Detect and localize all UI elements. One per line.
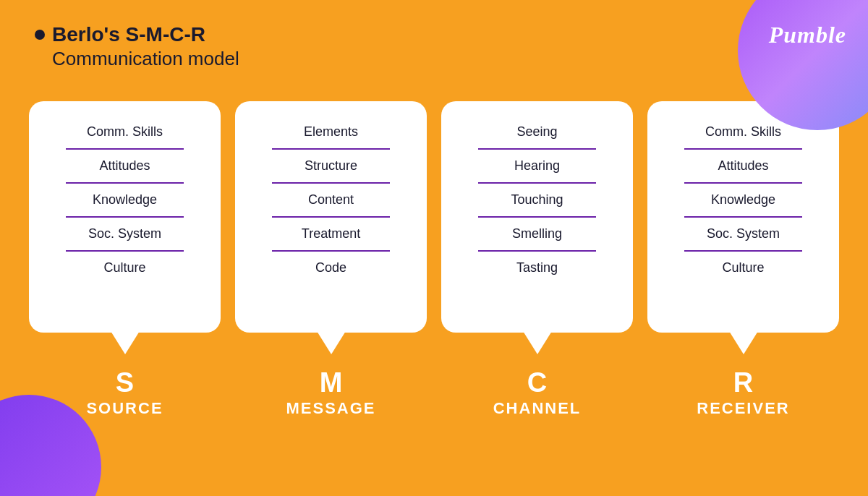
bubble-card-source: Comm. SkillsAttitudesKnowledgeSoc. Syste… — [29, 101, 221, 333]
card-column-channel: SeeingHearingTouchingSmellingTastingCCHA… — [441, 101, 633, 418]
header: Berlo's S-M-C-R Communication model — [35, 23, 239, 70]
card-label-message: MMESSAGE — [286, 369, 375, 418]
card-label-receiver: RRECEIVER — [697, 369, 789, 418]
logo: Pumble — [769, 22, 846, 48]
card-label-letter-channel: C — [493, 369, 582, 396]
card-item-channel-2: Touching — [453, 184, 621, 216]
card-column-source: Comm. SkillsAttitudesKnowledgeSoc. Syste… — [29, 101, 221, 418]
logo-text: Pumble — [769, 22, 846, 48]
bubble-card-channel: SeeingHearingTouchingSmellingTasting — [441, 101, 633, 333]
card-item-channel-0: Seeing — [453, 116, 621, 148]
card-label-word-receiver: RECEIVER — [697, 399, 789, 418]
card-item-source-4: Culture — [41, 252, 209, 284]
bubble-card-message: ElementsStructureContentTreatmentCode — [235, 101, 427, 333]
card-label-word-source: SOURCE — [86, 399, 163, 418]
card-item-receiver-3: Soc. System — [659, 218, 827, 250]
card-label-word-channel: CHANNEL — [493, 399, 582, 418]
header-title: Berlo's S-M-C-R — [52, 23, 205, 46]
bubble-card-receiver: Comm. SkillsAttitudesKnowledgeSoc. Syste… — [647, 101, 839, 333]
card-item-message-4: Code — [247, 252, 415, 284]
card-item-receiver-2: Knowledge — [659, 184, 827, 216]
card-item-source-1: Attitudes — [41, 150, 209, 182]
card-label-letter-message: M — [286, 369, 375, 396]
card-item-receiver-4: Culture — [659, 252, 827, 284]
card-column-receiver: Comm. SkillsAttitudesKnowledgeSoc. Syste… — [647, 101, 839, 418]
card-item-message-2: Content — [247, 184, 415, 216]
card-label-source: SSOURCE — [86, 369, 163, 418]
header-title-line: Berlo's S-M-C-R — [35, 23, 239, 46]
card-item-source-2: Knowledge — [41, 184, 209, 216]
card-item-message-0: Elements — [247, 116, 415, 148]
card-item-channel-1: Hearing — [453, 150, 621, 182]
card-column-message: ElementsStructureContentTreatmentCodeMME… — [235, 101, 427, 418]
card-item-message-3: Treatment — [247, 218, 415, 250]
card-item-channel-3: Smelling — [453, 218, 621, 250]
card-item-message-1: Structure — [247, 150, 415, 182]
card-item-source-3: Soc. System — [41, 218, 209, 250]
card-item-channel-4: Tasting — [453, 252, 621, 284]
card-label-letter-receiver: R — [697, 369, 789, 396]
card-item-source-0: Comm. Skills — [41, 116, 209, 148]
header-subtitle: Communication model — [52, 48, 239, 70]
main-content: Comm. SkillsAttitudesKnowledgeSoc. Syste… — [29, 101, 839, 418]
card-label-channel: CCHANNEL — [493, 369, 582, 418]
card-label-letter-source: S — [86, 369, 163, 396]
card-item-receiver-1: Attitudes — [659, 150, 827, 182]
card-label-word-message: MESSAGE — [286, 399, 375, 418]
header-bullet — [35, 30, 45, 40]
